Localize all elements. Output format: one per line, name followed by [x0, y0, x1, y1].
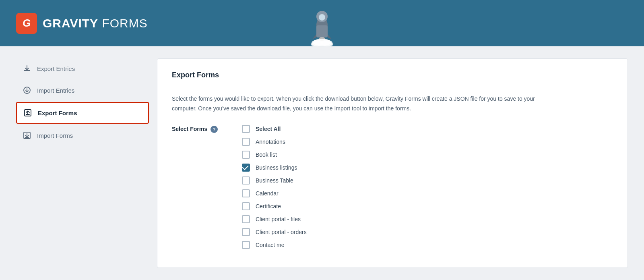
form-item-business-table[interactable]: Business Table: [242, 176, 307, 185]
checkbox-client-portal-orders[interactable]: [242, 228, 250, 236]
export-forms-icon: [23, 108, 32, 117]
sidebar-item-export-entries-label: Export Entries: [37, 65, 75, 72]
checkbox-business-listings[interactable]: [242, 164, 250, 172]
page-title: Export Forms: [172, 71, 613, 86]
form-item-business-listings[interactable]: Business listings: [242, 164, 307, 172]
form-item-annotations[interactable]: Annotations: [242, 138, 307, 146]
svg-point-3: [319, 14, 325, 21]
form-label-select-all: Select All: [256, 126, 281, 132]
svg-marker-4: [312, 34, 316, 39]
form-item-select-all[interactable]: Select All: [242, 125, 307, 133]
checkbox-certificate[interactable]: [242, 202, 250, 210]
sidebar-item-export-entries[interactable]: Export Entries: [16, 58, 149, 79]
form-item-client-portal-orders[interactable]: Client portal - orders: [242, 228, 307, 236]
rocket-illustration: [306, 10, 338, 46]
logo-bold: GRAVITY: [43, 17, 98, 30]
form-item-contact-me[interactable]: Contact me: [242, 241, 307, 249]
form-item-client-portal-files[interactable]: Client portal - files: [242, 215, 307, 223]
checkbox-select-all[interactable]: [242, 125, 250, 133]
form-label-business-listings: Business listings: [256, 164, 297, 171]
export-entries-icon: [23, 64, 31, 73]
svg-rect-11: [24, 70, 30, 71]
checkbox-contact-me[interactable]: [242, 241, 250, 249]
export-description: Select the forms you would like to expor…: [172, 94, 558, 114]
form-label-client-portal-files: Client portal - files: [256, 216, 301, 222]
sidebar-item-import-forms-label: Import Forms: [37, 132, 73, 139]
logo: G GRAVITY FORMS: [16, 13, 148, 34]
select-forms-section: Select Forms ? Select AllAnnotationsBook…: [172, 125, 613, 249]
import-entries-icon: [23, 86, 31, 95]
page-layout: Export Entries Import Entries Export For…: [0, 46, 644, 280]
form-label-certificate: Certificate: [256, 203, 281, 209]
logo-light: FORMS: [98, 17, 148, 30]
import-forms-icon: [23, 131, 31, 140]
form-label-book-list: Book list: [256, 151, 277, 158]
checkbox-book-list[interactable]: [242, 151, 250, 159]
form-label-client-portal-orders: Client portal - orders: [256, 229, 307, 235]
sidebar-item-export-forms[interactable]: Export Forms: [16, 102, 149, 124]
sidebar-item-export-forms-label: Export Forms: [38, 110, 77, 116]
sidebar-item-import-forms[interactable]: Import Forms: [16, 125, 149, 145]
checkbox-business-table[interactable]: [242, 176, 250, 185]
form-item-calendar[interactable]: Calendar: [242, 189, 307, 197]
svg-rect-1: [316, 25, 328, 37]
sidebar-item-import-entries-label: Import Entries: [37, 87, 74, 94]
logo-icon: G: [16, 13, 37, 34]
form-label-calendar: Calendar: [256, 190, 279, 197]
checkbox-calendar[interactable]: [242, 189, 250, 197]
forms-list: Select AllAnnotationsBook listBusiness l…: [242, 125, 307, 249]
logo-text: GRAVITY FORMS: [43, 17, 148, 30]
app-header: G GRAVITY FORMS: [0, 0, 644, 46]
form-label-annotations: Annotations: [256, 139, 285, 145]
form-label-contact-me: Contact me: [256, 242, 285, 248]
form-item-certificate[interactable]: Certificate: [242, 202, 307, 210]
form-item-book-list[interactable]: Book list: [242, 151, 307, 159]
rocket-svg: [306, 10, 338, 46]
sidebar-item-import-entries[interactable]: Import Entries: [16, 80, 149, 100]
checkbox-client-portal-files[interactable]: [242, 215, 250, 223]
checkbox-annotations[interactable]: [242, 138, 250, 146]
help-icon[interactable]: ?: [211, 126, 218, 133]
select-forms-label: Select Forms ?: [172, 125, 218, 249]
main-content: Export Forms Select the forms you would …: [157, 58, 628, 268]
sidebar: Export Entries Import Entries Export For…: [16, 58, 149, 268]
form-label-business-table: Business Table: [256, 177, 293, 184]
svg-marker-5: [328, 34, 332, 39]
